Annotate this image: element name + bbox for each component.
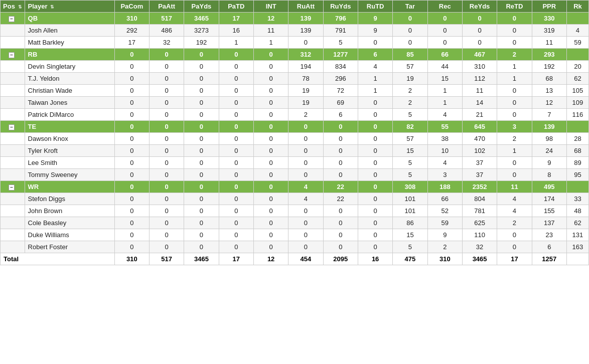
player-name[interactable]: John Brown <box>25 205 114 217</box>
group-collapse-rb[interactable]: − <box>1 49 25 61</box>
player-stat-13: 20 <box>566 61 588 73</box>
player-stat-11: 0 <box>497 169 532 181</box>
header-retd: ReTD <box>497 1 532 13</box>
player-stat-10: 0 <box>462 37 497 49</box>
group-total-11: 0 <box>497 13 532 25</box>
player-stat-3: 0 <box>219 193 253 205</box>
player-stat-0: 0 <box>114 193 149 205</box>
player-stat-1: 0 <box>149 169 184 181</box>
player-name[interactable]: T.J. Yeldon <box>25 73 114 85</box>
group-total-4: 12 <box>253 13 288 25</box>
player-stat-9: 10 <box>427 145 462 157</box>
group-total-0: 310 <box>114 13 149 25</box>
group-total-13 <box>566 121 588 133</box>
player-stat-7: 9 <box>358 25 392 37</box>
player-stat-6: 22 <box>323 193 358 205</box>
table-row: Patrick DiMarco00000260542107116 <box>1 109 589 121</box>
player-stat-3: 0 <box>219 133 253 145</box>
player-name[interactable]: Tyler Kroft <box>25 145 114 157</box>
player-stat-4: 0 <box>253 61 288 73</box>
player-pos-empty <box>1 133 25 145</box>
total-label: Total <box>1 253 115 265</box>
group-total-0: 0 <box>114 121 149 133</box>
group-total-10: 0 <box>462 13 497 25</box>
pos-sort-icon[interactable]: ⇅ <box>18 5 22 10</box>
player-stat-12: 6 <box>532 241 566 253</box>
total-stat-4: 12 <box>253 253 288 265</box>
player-stat-0: 0 <box>114 241 149 253</box>
player-stat-8: 0 <box>393 37 427 49</box>
player-stat-0: 0 <box>114 109 149 121</box>
player-stat-5: 4 <box>288 193 323 205</box>
player-stat-0: 0 <box>114 73 149 85</box>
header-pacom: PaCom <box>114 1 149 13</box>
player-name[interactable]: Dawson Knox <box>25 133 114 145</box>
player-name[interactable]: Cole Beasley <box>25 217 114 229</box>
group-total-5: 139 <box>288 13 323 25</box>
group-collapse-wr[interactable]: − <box>1 181 25 193</box>
player-name[interactable]: Josh Allen <box>25 25 114 37</box>
player-stat-6: 0 <box>323 157 358 169</box>
player-stat-5: 0 <box>288 133 323 145</box>
header-player[interactable]: Player ⇅ <box>25 1 114 13</box>
group-total-13 <box>566 13 588 25</box>
player-stat-7: 0 <box>358 145 392 157</box>
player-stat-4: 0 <box>253 133 288 145</box>
player-stat-5: 19 <box>288 85 323 97</box>
group-collapse-te[interactable]: − <box>1 121 25 133</box>
player-stat-8: 15 <box>393 145 427 157</box>
player-stat-9: 4 <box>427 157 462 169</box>
player-stat-0: 0 <box>114 169 149 181</box>
player-stat-3: 16 <box>219 25 253 37</box>
player-stat-3: 0 <box>219 97 253 109</box>
player-stat-1: 0 <box>149 85 184 97</box>
player-stat-8: 101 <box>393 205 427 217</box>
header-pos[interactable]: Pos ⇅ <box>1 1 25 13</box>
group-collapse-qb[interactable]: − <box>1 13 25 25</box>
player-stat-3: 0 <box>219 61 253 73</box>
player-pos-empty <box>1 145 25 157</box>
player-name[interactable]: Devin Singletary <box>25 61 114 73</box>
player-stat-12: 68 <box>532 73 566 85</box>
player-stat-10: 310 <box>462 61 497 73</box>
player-stat-13: 68 <box>566 145 588 157</box>
player-stat-9: 9 <box>427 229 462 241</box>
group-name-te: TE <box>25 121 114 133</box>
player-stat-4: 0 <box>253 217 288 229</box>
minus-icon[interactable]: − <box>9 185 15 191</box>
group-row-rb: −RB000003121277685664672293 <box>1 49 589 61</box>
player-stat-10: 11 <box>462 85 497 97</box>
player-name[interactable]: Lee Smith <box>25 157 114 169</box>
player-name[interactable]: Duke Williams <box>25 229 114 241</box>
player-name[interactable]: Matt Barkley <box>25 37 114 49</box>
player-stat-4: 1 <box>253 37 288 49</box>
player-name[interactable]: Christian Wade <box>25 85 114 97</box>
player-stat-8: 57 <box>393 133 427 145</box>
player-name[interactable]: Stefon Diggs <box>25 193 114 205</box>
table-row: Lee Smith0000000054370989 <box>1 157 589 169</box>
group-total-2: 0 <box>184 181 219 193</box>
minus-icon[interactable]: − <box>9 52 15 58</box>
player-sort-icon[interactable]: ⇅ <box>50 5 54 10</box>
player-stat-3: 0 <box>219 217 253 229</box>
minus-icon[interactable]: − <box>9 16 15 22</box>
player-stat-3: 1 <box>219 37 253 49</box>
player-name[interactable]: Tommy Sweeney <box>25 169 114 181</box>
player-stat-5: 2 <box>288 109 323 121</box>
player-pos-empty <box>1 109 25 121</box>
player-name[interactable]: Robert Foster <box>25 241 114 253</box>
group-total-8: 82 <box>393 121 427 133</box>
player-pos-empty <box>1 205 25 217</box>
player-name[interactable]: Taiwan Jones <box>25 97 114 109</box>
group-total-1: 0 <box>149 49 184 61</box>
minus-icon[interactable]: − <box>9 124 15 130</box>
player-stat-10: 37 <box>462 157 497 169</box>
total-stat-1: 517 <box>149 253 184 265</box>
group-total-6: 0 <box>323 121 358 133</box>
player-stat-7: 1 <box>358 85 392 97</box>
player-stat-10: 110 <box>462 229 497 241</box>
player-stat-7: 4 <box>358 61 392 73</box>
player-name[interactable]: Patrick DiMarco <box>25 109 114 121</box>
player-stat-2: 0 <box>184 205 219 217</box>
player-stat-13: 105 <box>566 85 588 97</box>
